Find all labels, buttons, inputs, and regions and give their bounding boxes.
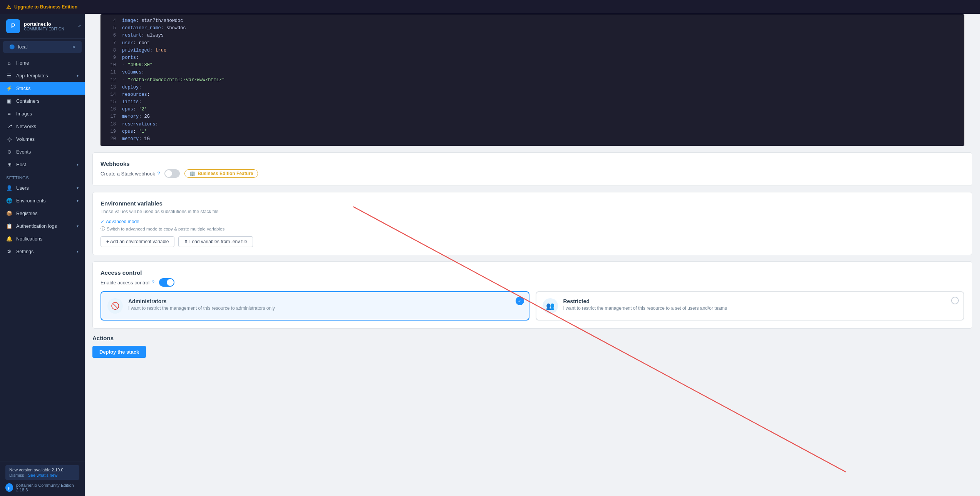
code-editor-wrapper: 4 image: star7th/showdoc 5 container_nam… — [92, 14, 972, 146]
enable-access-text: Enable access control — [101, 280, 149, 286]
administrators-text: Administrators I want to restrict the ma… — [128, 298, 275, 311]
restricted-desc: I want to restrict the management of thi… — [563, 306, 727, 311]
access-control-section: Access control Enable access control ? 🚫… — [92, 261, 972, 329]
administrators-icon: 🚫 — [107, 298, 123, 314]
images-icon: ≡ — [6, 111, 12, 117]
code-line: 6 restart: always — [101, 32, 964, 39]
notifications-icon: 🔔 — [6, 236, 12, 242]
selected-check-badge: ✓ — [516, 297, 524, 305]
code-line: 10 - "4999:80" — [101, 62, 964, 69]
content-sections: Webhooks Create a Stack webhook ? 🏢 Busi… — [85, 146, 980, 364]
portainer-logo-icon: P — [6, 19, 20, 33]
webhooks-row: Create a Stack webhook ? 🏢 Business Edit… — [101, 169, 964, 178]
add-env-variable-button[interactable]: + Add an environment variable — [101, 236, 174, 247]
logo-sub-text: COMMUNITY EDITION — [24, 27, 64, 31]
code-line: 20 memory: 1G — [101, 135, 964, 143]
code-line: 9 ports: — [101, 54, 964, 62]
settings-icon: ⚙ — [6, 249, 12, 254]
sidebar-item-users[interactable]: 👤 Users ▾ — [0, 182, 85, 194]
sidebar-item-notifications[interactable]: 🔔 Notifications — [0, 232, 85, 245]
access-control-row: Enable access control ? — [101, 278, 964, 287]
sidebar-footer: New version available 2.19.0 Dismiss See… — [0, 461, 85, 496]
business-edition-badge[interactable]: 🏢 Business Edition Feature — [184, 169, 258, 178]
webhook-toggle[interactable] — [164, 169, 180, 178]
logo-text: portainer.io COMMUNITY EDITION — [24, 21, 64, 31]
sidebar-item-settings[interactable]: ⚙ Settings ▾ — [0, 245, 85, 258]
new-version-title: New version available 2.19.0 — [9, 468, 75, 472]
see-whats-new-link[interactable]: See what's new — [28, 473, 58, 478]
sidebar: P portainer.io COMMUNITY EDITION « 🔵 loc… — [0, 14, 85, 496]
access-option-administrators[interactable]: 🚫 Administrators I want to restrict the … — [101, 291, 529, 321]
sidebar-item-volumes[interactable]: ◎ Volumes — [0, 133, 85, 145]
sidebar-item-registries[interactable]: 📦 Registries — [0, 207, 85, 220]
sidebar-item-home[interactable]: ⌂ Home — [0, 57, 85, 69]
networks-icon: ⎇ — [6, 124, 12, 129]
sidebar-navigation: ⌂ Home ☰ App Templates ▾ ⚡ Stacks ▣ Cont… — [0, 55, 85, 461]
top-banner[interactable]: ⚠ Upgrade to Business Edition — [0, 0, 980, 14]
sidebar-item-stacks[interactable]: ⚡ Stacks — [0, 82, 85, 95]
sidebar-item-containers-label: Containers — [16, 99, 39, 104]
sidebar-item-events[interactable]: ⊙ Events — [0, 145, 85, 158]
sidebar-item-home-label: Home — [16, 60, 29, 66]
auth-logs-icon: 📋 — [6, 223, 12, 229]
code-line: 18 reservations: — [101, 121, 964, 128]
sidebar-item-networks-label: Networks — [16, 124, 36, 129]
user-info: p portainer.io Community Edition 2.18.3 — [5, 483, 79, 492]
sidebar-item-images[interactable]: ≡ Images — [0, 107, 85, 120]
actions-section: Actions Deploy the stack — [92, 335, 972, 358]
load-env-vars-button[interactable]: ⬆ Load variables from .env file — [178, 236, 253, 247]
chevron-down-icon: ▾ — [77, 162, 79, 167]
sidebar-item-settings-label: Settings — [16, 249, 34, 254]
access-option-restricted[interactable]: 👥 Restricted I want to restrict the mana… — [536, 291, 965, 321]
env-vars-description: These values will be used as substitutio… — [101, 209, 964, 214]
logo-main-text: portainer.io — [24, 21, 64, 27]
volumes-icon: ◎ — [6, 136, 12, 142]
sidebar-item-environments[interactable]: 🌐 Environments ▾ — [0, 194, 85, 207]
webhooks-label: Create a Stack webhook ? — [101, 171, 160, 177]
sidebar-item-networks[interactable]: ⎇ Networks — [0, 120, 85, 133]
advanced-mode-note: ⓘ Switch to advanced mode to copy & past… — [101, 226, 964, 232]
restricted-icon: 👥 — [543, 298, 558, 314]
code-line: 14 resources: — [101, 91, 964, 99]
administrators-title: Administrators — [128, 298, 275, 304]
sidebar-item-host[interactable]: ⊞ Host ▾ — [0, 158, 85, 171]
actions-title: Actions — [92, 335, 972, 341]
deploy-stack-button[interactable]: Deploy the stack — [92, 346, 146, 358]
code-line: 15 limits: — [101, 99, 964, 106]
environments-icon: 🌐 — [6, 198, 12, 204]
restricted-title: Restricted — [563, 298, 727, 304]
containers-icon: ▣ — [6, 98, 12, 104]
portainer-brand: portainer.io — [16, 483, 37, 488]
sidebar-item-notifications-label: Notifications — [16, 236, 42, 242]
sidebar-collapse-button[interactable]: « — [78, 23, 81, 29]
code-line: 11 volumes: — [101, 69, 964, 76]
sidebar-item-containers[interactable]: ▣ Containers — [0, 95, 85, 107]
code-line: 13 deploy: — [101, 84, 964, 91]
sidebar-item-host-label: Host — [16, 162, 26, 167]
sidebar-item-app-templates[interactable]: ☰ App Templates ▾ — [0, 69, 85, 82]
business-badge-label: Business Edition Feature — [198, 171, 253, 176]
webhook-help-icon[interactable]: ? — [157, 171, 160, 176]
access-help-icon[interactable]: ? — [152, 280, 154, 285]
access-control-title: Access control — [101, 269, 964, 276]
environment-item[interactable]: 🔵 local ✕ — [3, 41, 82, 53]
code-line: 4 image: star7th/showdoc — [101, 17, 964, 25]
environment-close-icon[interactable]: ✕ — [72, 45, 75, 50]
main-content: 4 image: star7th/showdoc 5 container_nam… — [85, 14, 980, 496]
chevron-down-icon: ▾ — [77, 249, 79, 254]
code-editor[interactable]: 4 image: star7th/showdoc 5 container_nam… — [100, 14, 965, 146]
sidebar-item-auth-logs[interactable]: 📋 Authentication logs ▾ — [0, 220, 85, 232]
dismiss-link[interactable]: Dismiss — [9, 473, 24, 478]
stacks-icon: ⚡ — [6, 85, 12, 91]
access-control-toggle[interactable] — [159, 278, 174, 287]
code-line: 12 - "/data/showdoc/html:/var/www/html/" — [101, 77, 964, 84]
code-line: 8 privileged: true — [101, 47, 964, 54]
sidebar-item-users-label: Users — [16, 185, 29, 191]
chevron-down-icon: ▾ — [77, 199, 79, 203]
code-line: 5 container_name: showdoc — [101, 25, 964, 32]
sidebar-item-environments-label: Environments — [16, 198, 45, 204]
restricted-text: Restricted I want to restrict the manage… — [563, 298, 727, 311]
warning-icon: ⚠ — [6, 4, 11, 10]
advanced-mode-link[interactable]: ✓ Advanced mode — [101, 219, 964, 224]
webhooks-section: Webhooks Create a Stack webhook ? 🏢 Busi… — [92, 152, 972, 186]
